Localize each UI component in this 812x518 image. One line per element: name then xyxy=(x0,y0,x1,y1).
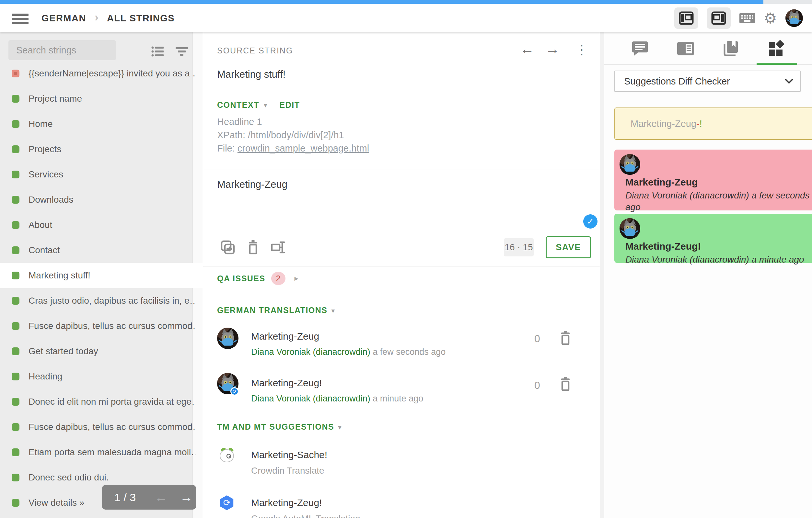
string-options-kebab-icon[interactable]: ⋮ xyxy=(575,42,588,57)
string-list-item[interactable]: Project name xyxy=(0,86,203,111)
app-selector-dropdown[interactable]: Suggestions Diff Checker xyxy=(614,70,801,92)
delete-translation-icon[interactable] xyxy=(558,330,573,346)
string-list-item[interactable]: Home xyxy=(0,111,203,136)
filter-strings-icon[interactable] xyxy=(175,45,188,58)
string-list-view-icon[interactable] xyxy=(151,45,164,58)
translator-name[interactable]: Diana Voroniak (dianacrowdin) xyxy=(251,347,370,357)
string-list-item[interactable]: Heading xyxy=(0,364,203,389)
crowdin-translate-icon xyxy=(219,447,235,463)
suggestion-text: Marketing-Zeug! xyxy=(626,241,701,252)
save-button[interactable]: SAVE xyxy=(546,236,591,258)
translation-time: a few seconds ago xyxy=(370,347,446,357)
context-toggle[interactable]: CONTEXT xyxy=(217,100,259,110)
qa-issues-label[interactable]: QA ISSUES xyxy=(217,274,265,283)
string-status-icon xyxy=(12,171,20,178)
qa-expand-arrow-icon[interactable]: ► xyxy=(293,275,300,282)
menu-icon[interactable] xyxy=(12,13,29,25)
string-list-item[interactable]: Contact xyxy=(0,238,203,263)
keyboard-shortcuts-button[interactable] xyxy=(739,12,755,24)
tm-suggestions-header[interactable]: TM AND MT SUGGESTIONS▾ xyxy=(217,422,342,432)
breadcrumb: GERMAN › ALL STRINGS xyxy=(41,4,175,32)
translator-name[interactable]: Diana Voroniak (dianacrowdin) xyxy=(251,394,370,403)
right-panel-tabs xyxy=(604,32,812,65)
string-status-icon xyxy=(12,423,20,431)
string-list-item-selected[interactable]: Marketing stuff! xyxy=(0,263,203,288)
character-counter: 16 · 15 xyxy=(504,238,534,256)
dropdown-selected-value: Suggestions Diff Checker xyxy=(624,76,784,87)
comment-bubble-icon xyxy=(632,41,648,56)
diff-added-text: ! xyxy=(700,119,702,129)
next-string-icon[interactable]: → xyxy=(545,41,559,57)
svg-text:⟳: ⟳ xyxy=(223,497,231,508)
translator-avatar xyxy=(217,328,238,349)
string-list: {{senderName|escape}} invited you as a …… xyxy=(0,61,203,515)
string-status-icon xyxy=(12,448,20,456)
google-automl-icon: ⟳ xyxy=(219,495,235,511)
string-status-icon xyxy=(12,297,20,305)
string-status-icon xyxy=(12,120,20,128)
delete-translation-icon[interactable] xyxy=(558,376,573,392)
tab-apps-active[interactable] xyxy=(758,32,794,65)
top-bar: GERMAN › ALL STRINGS xyxy=(0,0,812,32)
string-list-item[interactable]: Services xyxy=(0,162,203,187)
string-status-icon xyxy=(12,70,20,78)
next-page-icon[interactable]: → xyxy=(180,490,193,505)
tab-context-reader[interactable] xyxy=(668,32,703,65)
string-status-icon xyxy=(12,347,20,355)
layout-left-panel-button[interactable] xyxy=(674,7,698,29)
string-list-item[interactable]: Fusce dapibus, tellus ac cursus commod… xyxy=(0,415,203,440)
tab-glossary[interactable] xyxy=(713,32,749,65)
context-line: Headline 1 xyxy=(217,115,369,128)
string-status-icon xyxy=(12,246,20,254)
previous-string-icon[interactable]: ← xyxy=(520,41,534,57)
string-list-item[interactable]: Etiam porta sem malesuada magna moll… xyxy=(0,440,203,465)
string-list-item[interactable]: Fusce dapibus, tellus ac cursus commod… xyxy=(0,313,203,339)
approved-check-icon[interactable]: ✓ xyxy=(583,214,598,228)
layout-right-icon xyxy=(711,11,726,25)
settings-gear-icon[interactable]: ⚙ xyxy=(764,11,777,26)
right-side-panel: Suggestions Diff Checker Marketing-Zeug-… xyxy=(604,32,812,518)
copy-source-icon[interactable] xyxy=(220,240,236,255)
translation-input[interactable]: Marketing-Zeug xyxy=(217,179,287,190)
search-strings-input[interactable] xyxy=(8,40,116,60)
context-file-line: File: crowdin_sample_webpage.html xyxy=(217,142,369,155)
string-list-item[interactable]: About xyxy=(0,212,203,238)
translation-text[interactable]: Marketing-Zeug! xyxy=(251,377,322,389)
diff-removed-text: - xyxy=(696,119,700,129)
translation-meta: Diana Voroniak (dianacrowdin) a minute a… xyxy=(251,394,423,404)
context-file-link[interactable]: crowdin_sample_webpage.html xyxy=(237,143,369,153)
reader-mode-icon xyxy=(677,41,694,56)
string-list-item[interactable]: Cras justo odio, dapibus ac facilisis in… xyxy=(0,288,203,313)
user-avatar[interactable] xyxy=(785,9,803,27)
string-status-icon xyxy=(12,474,20,481)
tm-suggestion-text[interactable]: Marketing-Sache! xyxy=(251,449,327,460)
layout-right-panel-button[interactable] xyxy=(707,7,731,29)
clear-translation-trash-icon[interactable] xyxy=(245,240,261,255)
german-translations-header[interactable]: GERMAN TRANSLATIONS▾ xyxy=(217,306,336,315)
string-status-icon xyxy=(12,221,20,229)
string-list-item[interactable]: Get started today xyxy=(0,339,203,364)
string-list-item[interactable]: Projects xyxy=(0,136,203,162)
source-string-section-title: SOURCE STRING xyxy=(217,46,293,55)
select-text-cursor-icon[interactable] xyxy=(270,240,286,255)
context-edit-button[interactable]: EDIT xyxy=(280,100,300,110)
breadcrumb-strings-filter[interactable]: ALL STRINGS xyxy=(107,13,175,24)
tab-comments[interactable] xyxy=(622,32,658,65)
string-status-icon xyxy=(12,272,20,279)
breadcrumb-language[interactable]: GERMAN xyxy=(41,13,86,24)
layout-left-icon xyxy=(679,11,694,25)
translation-text[interactable]: Marketing-Zeug xyxy=(251,331,319,342)
glossary-book-icon xyxy=(723,40,739,57)
source-string-text: Marketing stuff! xyxy=(217,69,286,80)
previous-page-icon[interactable]: ← xyxy=(154,490,168,505)
diff-suggestion-added[interactable]: Marketing-Zeug! Diana Voroniak (dianacro… xyxy=(614,214,812,263)
tm-suggestion-text[interactable]: Marketing-Zeug! xyxy=(251,497,322,508)
string-list-item[interactable]: Donec id elit non mi porta gravida at eg… xyxy=(0,389,203,415)
diff-suggestion-removed[interactable]: Marketing-Zeug Diana Voroniak (dianacrow… xyxy=(614,150,812,210)
string-status-icon xyxy=(12,95,20,103)
active-tab-indicator xyxy=(757,63,797,65)
string-list-item[interactable]: {{senderName|escape}} invited you as a … xyxy=(0,61,203,86)
string-list-item[interactable]: Downloads xyxy=(0,187,203,212)
translation-main-panel: SOURCE STRING ← → ⋮ Marketing stuff! CON… xyxy=(203,32,600,518)
main-panel-scrollbar[interactable] xyxy=(600,32,604,518)
